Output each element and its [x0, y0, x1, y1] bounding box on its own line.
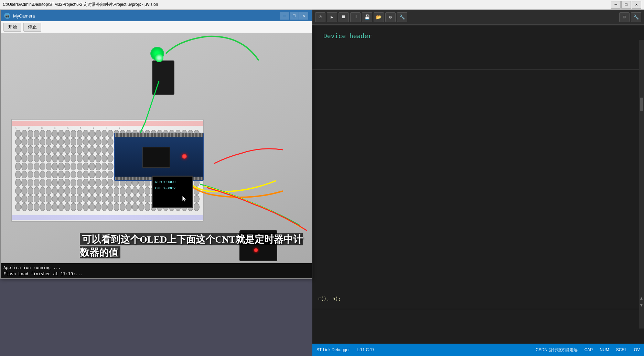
bb-hole [107, 171, 113, 179]
bb-hole [28, 203, 33, 211]
bb-hole [58, 163, 64, 170]
bb-hole [89, 203, 95, 211]
ide-csdn-label: CSDN @行稳方能走远 [536, 347, 578, 353]
ide-position-label: L:11 C:17 [357, 347, 375, 352]
bb-hole [21, 138, 27, 146]
bb-hole [126, 203, 132, 211]
bb-hole [52, 146, 58, 154]
toolbar-btn-2[interactable]: ▶ [327, 12, 337, 22]
bb-hole [77, 138, 83, 146]
bb-hole [77, 171, 83, 179]
bb-hole [21, 187, 27, 195]
bb-hole [77, 146, 83, 154]
maximize-button[interactable]: □ [621, 1, 631, 9]
close-button[interactable]: ✕ [632, 1, 641, 9]
bb-hole [138, 195, 144, 203]
bb-hole [15, 179, 21, 187]
bb-hole [28, 130, 33, 138]
bb-hole [52, 154, 58, 162]
ide-ov: OV [634, 347, 640, 352]
camera-title-bar: 📷 MyCamera — □ ✕ [1, 10, 312, 21]
ide-scroll-thumb[interactable] [640, 98, 643, 111]
bb-hole [144, 195, 150, 203]
ide-scrollbar[interactable] [639, 40, 644, 329]
bb-numbers: 1 2 3 4 5 6 7 8 9 [15, 126, 125, 130]
camera-status-bar: Application running ... Flash Load finis… [1, 263, 312, 278]
bb-hole [15, 187, 21, 195]
bb-hole [28, 195, 33, 203]
bb-hole [34, 187, 40, 195]
bb-hole [95, 179, 101, 187]
bb-hole [126, 195, 132, 203]
bb-hole [107, 163, 113, 170]
bb-hole [40, 138, 46, 146]
bb-hole [64, 130, 70, 138]
bb-hole [132, 187, 138, 195]
bb-hole [21, 154, 27, 162]
bb-hole [83, 179, 89, 187]
bb-hole [83, 203, 89, 211]
bb-hole [71, 138, 76, 146]
toolbar-btn-1[interactable]: ⟳ [315, 12, 325, 22]
bb-hole [95, 195, 101, 203]
toolbar-btn-7[interactable]: ⚙ [385, 12, 396, 22]
camera-title-text: MyCamera [13, 13, 277, 19]
bb-hole [95, 138, 101, 146]
toolbar-btn-6[interactable]: 📂 [374, 12, 384, 22]
bb-hole [52, 187, 58, 195]
bb-hole [46, 187, 52, 195]
code-function-text: r(), 5); [318, 296, 341, 301]
stop-button[interactable]: 停止 [23, 23, 41, 32]
bb-hole [144, 187, 150, 195]
ide-num: NUM [600, 347, 609, 352]
bb-hole [114, 203, 119, 211]
camera-minimize-btn[interactable]: — [280, 12, 289, 20]
ide-toolbar: ⟳ ▶ ⏹ ⏸ 💾 📂 ⚙ 🔧 ⊞ 🔧 [312, 10, 644, 25]
bb-hole [40, 203, 46, 211]
toolbar-btn-3[interactable]: ⏹ [339, 12, 349, 22]
bb-hole [21, 130, 27, 138]
bb-hole [77, 203, 83, 211]
bb-hole [58, 154, 64, 162]
start-button[interactable]: 开始 [3, 23, 21, 32]
bb-hole [144, 203, 150, 211]
green-led-module [145, 43, 180, 102]
bb-hole [126, 187, 132, 195]
toolbar-settings-btn[interactable]: 🔧 [631, 12, 641, 22]
bb-hole [71, 203, 76, 211]
minimize-button[interactable]: — [611, 1, 621, 9]
bb-hole [107, 187, 113, 195]
bb-hole [52, 203, 58, 211]
bb-hole [52, 179, 58, 187]
toolbar-btn-8[interactable]: 🔧 [397, 12, 407, 22]
bb-hole [107, 138, 113, 146]
ide-editor[interactable]: Device header r(), 5); ▼ ▲ [312, 25, 644, 344]
bb-hole [34, 179, 40, 187]
bb-hole [46, 195, 52, 203]
bb-hole [101, 163, 107, 170]
bb-hole [40, 163, 46, 170]
camera-close-btn[interactable]: ✕ [299, 12, 308, 20]
scroll-down-arrow[interactable]: ▼ [640, 303, 643, 308]
bb-hole [52, 163, 58, 170]
bb-hole [28, 171, 33, 179]
bb-hole [52, 138, 58, 146]
scroll-up-arrow[interactable]: ▲ [640, 296, 643, 301]
bb-hole [64, 187, 70, 195]
bb-hole [194, 195, 200, 203]
bb-hole [46, 163, 52, 170]
bb-hole [46, 179, 52, 187]
camera-maximize-btn[interactable]: □ [290, 12, 299, 20]
bb-hole [28, 154, 33, 162]
ide-status-bar: ST-Link Debugger L:11 C:17 CSDN @行稳方能走远 … [312, 344, 644, 356]
status-line2: Flash Load finished at 17:19:... [3, 271, 309, 277]
bb-hole [58, 130, 64, 138]
bb-hole [52, 130, 58, 138]
oled-line2: CNT:00002 [155, 186, 190, 192]
toolbar-btn-5[interactable]: 💾 [362, 12, 372, 22]
oled-line1: Num:00000 [155, 179, 190, 186]
bb-hole [71, 187, 76, 195]
toolbar-btn-4[interactable]: ⏸ [350, 12, 361, 22]
bb-hole [114, 195, 119, 203]
toolbar-layout-btn[interactable]: ⊞ [619, 12, 630, 22]
